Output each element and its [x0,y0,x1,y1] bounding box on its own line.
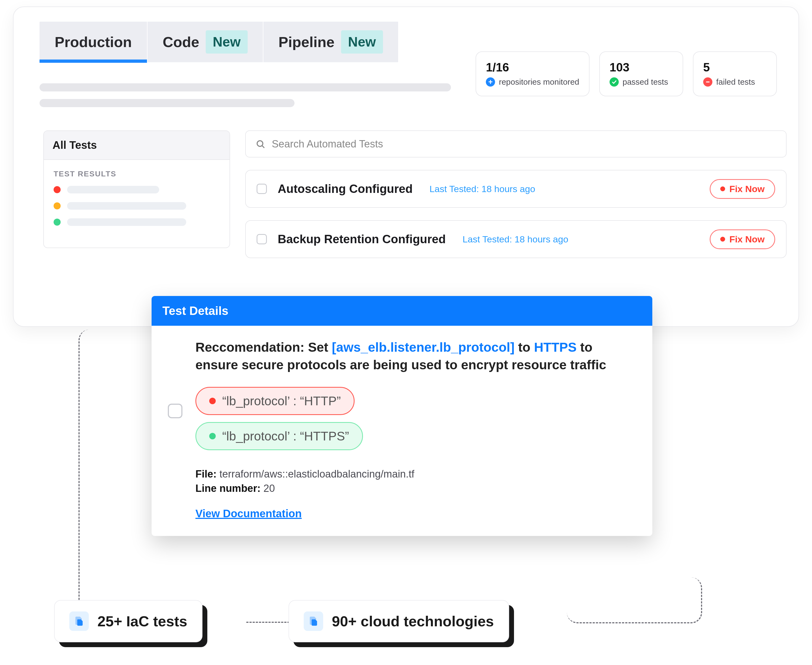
test-name: Backup Retention Configured [278,233,446,246]
recommendation-text: Reccomendation: Set [aws_elb.listener.lb… [195,339,636,374]
skeleton-line [39,99,294,107]
badge-cloud-label: 90+ cloud technologies [332,613,494,629]
sidebar-panel: All Tests TEST RESULTS [43,130,230,248]
content-column: Search Automated Tests Autoscaling Confi… [245,130,787,258]
file-value: terraform/aws::elasticloadbalancing/main… [217,468,414,480]
tab-code-badge: New [206,30,248,54]
line-value: 20 [261,483,275,494]
dot-green-icon [54,219,61,226]
line-label: Line number: [195,483,261,494]
pill-bad: “lb_protocol’ : “HTTP” [195,387,354,415]
search-placeholder: Search Automated Tests [272,138,383,150]
document-icon [69,611,89,631]
tab-pipeline-badge: New [341,30,383,54]
connector-line [79,329,157,623]
test-details-header: Test Details [152,296,652,326]
reco-key: [aws_elb.listener.lb_protocol] [332,340,515,354]
file-label: File: [195,468,217,480]
pill-good-text: “lb_protocol’ : “HTTPS” [222,429,349,444]
check-icon [610,77,619,87]
stat-failed-label: failed tests [716,77,755,87]
skeleton-line [39,84,451,92]
tab-code[interactable]: Code New [148,22,263,62]
fix-now-button[interactable]: Fix Now [710,179,775,199]
reco-prefix: Reccomendation: Set [195,340,332,354]
fix-now-button[interactable]: Fix Now [710,229,775,249]
last-tested: Last Tested: 18 hours ago [463,234,568,244]
dot-red-icon [720,237,725,242]
stat-passed-label: passed tests [623,77,668,87]
test-row[interactable]: Backup Retention Configured Last Tested:… [245,220,787,258]
search-icon [256,139,265,149]
badge-iac-label: 25+ IaC tests [97,613,187,629]
skeleton-lines [39,84,451,115]
stat-failed-value: 5 [703,61,766,74]
dot-orange-icon [54,202,61,210]
tabs: Production Code New Pipeline New [39,22,398,62]
connector-line [246,622,290,623]
dot-red-icon [209,398,216,404]
reco-mid: to [515,340,534,354]
result-row-warning[interactable] [54,202,220,210]
row-checkbox[interactable] [257,234,267,244]
search-bar[interactable]: Search Automated Tests [245,130,787,157]
plus-icon: + [486,77,495,87]
fix-now-label: Fix Now [730,184,764,194]
test-row[interactable]: Autoscaling Configured Last Tested: 18 h… [245,170,787,208]
tab-production[interactable]: Production [39,22,148,62]
test-name: Autoscaling Configured [278,182,413,196]
sidebar-title[interactable]: All Tests [44,131,230,160]
tab-pipeline-label: Pipeline [279,34,335,50]
stat-passed: 103 passed tests [599,51,683,96]
reco-proto: HTTPS [534,340,576,354]
pill-bad-text: “lb_protocol’ : “HTTP” [222,394,341,408]
stat-repositories-label: repositories monitored [499,77,579,87]
stat-cards: 1/16 + repositories monitored 103 passed… [476,51,777,96]
connector-line [567,577,702,623]
stat-repositories: 1/16 + repositories monitored [476,51,589,96]
fix-now-label: Fix Now [730,234,764,244]
badge-cloud-tech: 90+ cloud technologies [289,600,509,642]
tab-production-label: Production [55,34,132,50]
dashboard-card: Production Code New Pipeline New 1/16 + … [13,7,799,327]
dot-red-icon [720,187,725,191]
skeleton-bar [67,202,186,210]
view-documentation-link[interactable]: View Documentation [195,508,302,520]
dot-green-icon [209,433,216,439]
row-checkbox[interactable] [257,184,267,194]
stat-failed: 5 failed tests [693,51,777,96]
stat-repositories-value: 1/16 [486,61,579,74]
file-meta: File: terraform/aws::elasticloadbalancin… [195,467,636,496]
tab-pipeline[interactable]: Pipeline New [263,22,398,62]
dot-red-icon [54,186,61,193]
minus-icon [703,77,712,87]
badge-iac-tests: 25+ IaC tests [54,600,202,642]
tab-code-label: Code [163,34,199,50]
test-details-card: Test Details Reccomendation: Set [aws_el… [152,296,652,536]
pill-good: “lb_protocol’ : “HTTPS” [195,422,363,450]
result-row-passed[interactable] [54,218,220,226]
result-row-failed[interactable] [54,186,220,193]
stat-passed-value: 103 [610,61,673,74]
document-icon [304,611,323,631]
sidebar-section-label: TEST RESULTS [54,170,220,178]
last-tested: Last Tested: 18 hours ago [430,184,535,194]
skeleton-bar [67,186,159,193]
svg-line-2 [262,146,264,148]
skeleton-bar [67,218,186,226]
details-checkbox[interactable] [168,404,182,418]
